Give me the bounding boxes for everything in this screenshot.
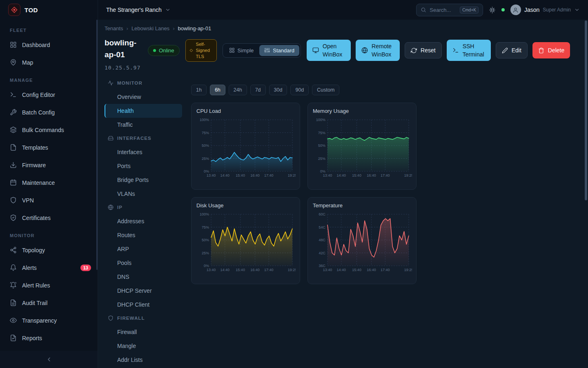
subnav-item-dns[interactable]: DNS	[105, 270, 182, 284]
time-range-24h[interactable]: 24h	[229, 85, 247, 95]
theme-toggle-sun-icon[interactable]	[489, 7, 496, 13]
subnav-group-firewall: FIREWALL	[105, 312, 182, 325]
online-dot-icon	[153, 49, 156, 52]
reset-button[interactable]: Reset	[405, 42, 442, 58]
subnav-item-interfaces[interactable]: Interfaces	[105, 145, 182, 159]
sidebar-collapse-button[interactable]	[0, 351, 98, 368]
button-label: Reset	[421, 47, 436, 54]
svg-text:16:40: 16:40	[250, 173, 260, 177]
svg-text:100%: 100%	[316, 118, 325, 122]
mode-option-standard[interactable]: Standard	[259, 45, 299, 56]
breadcrumb-item-tenants[interactable]: Tenants	[105, 25, 123, 31]
page-scrollbar-thumb[interactable]	[585, 20, 587, 200]
svg-text:50%: 50%	[318, 144, 325, 148]
app-logo[interactable]: TOD	[0, 0, 98, 20]
sidebar-item-audit-trail[interactable]: Audit Trail	[0, 294, 98, 312]
tenant-selector[interactable]: The Stranger's Ranch	[106, 7, 171, 13]
sidebar-item-batch-config[interactable]: Batch Config	[0, 103, 98, 121]
page-scrollbar-track[interactable]	[585, 20, 587, 366]
sidebar-item-transparency[interactable]: Transparency	[0, 312, 98, 329]
time-range-30d[interactable]: 30d	[269, 85, 287, 95]
button-label: Open WinBox	[323, 42, 345, 59]
svg-text:25%: 25%	[318, 156, 325, 160]
search-input[interactable]	[430, 7, 457, 13]
time-range-90d[interactable]: 90d	[290, 85, 309, 95]
subnav-item-addresses[interactable]: Addresses	[105, 214, 182, 228]
sidebar-item-label: Maintenance	[22, 180, 55, 186]
delete-button[interactable]: Delete	[532, 42, 570, 58]
shield-icon	[10, 197, 17, 204]
svg-text:0%: 0%	[204, 169, 209, 173]
subnav-item-vlans[interactable]: VLANs	[105, 187, 182, 201]
time-range-custom[interactable]: Custom	[312, 85, 339, 95]
sidebar-item-alerts[interactable]: Alerts13	[0, 259, 98, 276]
subnav-item-mangle[interactable]: Mangle	[105, 339, 182, 353]
sidebar-item-label: Firmware	[22, 162, 46, 168]
device-subnav: MONITOROverviewHealthTrafficINTERFACESIn…	[105, 76, 182, 368]
svg-text:14:40: 14:40	[220, 173, 230, 177]
sidebar-item-dashboard[interactable]: Dashboard	[0, 36, 98, 54]
connection-status-dot	[501, 8, 505, 11]
sidebar-item-alert-rules[interactable]: Alert Rules	[0, 276, 98, 294]
sidebar-item-vpn[interactable]: VPN	[0, 191, 98, 209]
open-winbox-button[interactable]: Open WinBox	[307, 40, 351, 61]
time-range-1h[interactable]: 1h	[191, 85, 207, 95]
sidebar-item-topology[interactable]: Topology	[0, 241, 98, 259]
time-range-6h[interactable]: 6h	[210, 85, 225, 95]
subnav-item-routes[interactable]: Routes	[105, 228, 182, 242]
chart-canvas: 100%75%50%25%0%13:4014:4015:4016:4017:40…	[196, 115, 296, 185]
sidebar-section-fleet: FLEET	[0, 21, 98, 36]
search-icon	[421, 7, 426, 13]
globe-icon	[361, 47, 368, 54]
logo-text: TOD	[24, 7, 38, 13]
subnav-item-bridge-ports[interactable]: Bridge Ports	[105, 173, 182, 187]
content-row: MONITOROverviewHealthTrafficINTERFACESIn…	[105, 76, 578, 368]
edit-button[interactable]: Edit	[496, 42, 528, 58]
status-badge: Online	[148, 45, 180, 56]
layers-icon	[10, 126, 17, 133]
sidebar-item-bulk-commands[interactable]: Bulk Commands	[0, 121, 98, 139]
svg-text:48C: 48C	[318, 238, 325, 242]
share-icon	[10, 247, 17, 254]
mode-option-simple[interactable]: Simple	[224, 45, 259, 56]
user-menu[interactable]: Jason Super Admin	[510, 4, 580, 15]
sidebar-item-config-editor[interactable]: Config Editor	[0, 86, 98, 103]
chart-card-cpu-load: CPU Load100%75%50%25%0%13:4014:4015:4016…	[191, 103, 300, 190]
svg-text:17:40: 17:40	[381, 268, 390, 272]
subnav-item-arp[interactable]: ARP	[105, 242, 182, 256]
remote-winbox-button[interactable]: Remote WinBox	[356, 40, 400, 61]
sidebar-item-reports[interactable]: Reports	[0, 329, 98, 347]
svg-text:0%: 0%	[204, 264, 209, 268]
search-box[interactable]: Cmd+K	[416, 4, 483, 16]
time-range-7d[interactable]: 7d	[250, 85, 266, 95]
subnav-item-addr-lists[interactable]: Addr Lists	[105, 353, 182, 367]
grid-icon	[229, 47, 235, 53]
breadcrumb-item-lebowski-lanes[interactable]: Lebowski Lanes	[131, 25, 169, 31]
button-label: Delete	[548, 47, 564, 54]
subnav-group-label: FIREWALL	[117, 316, 145, 321]
subnav-item-ports[interactable]: Ports	[105, 159, 182, 173]
subnav-item-dhcp-server[interactable]: DHCP Server	[105, 284, 182, 298]
app-root: TOD FLEETDashboardMapMANAGEConfig Editor…	[0, 0, 588, 368]
breadcrumb-item-bowling-ap-01[interactable]: bowling-ap-01	[178, 25, 211, 31]
svg-text:19:25: 19:25	[404, 173, 412, 177]
subnav-item-health[interactable]: Health	[105, 104, 182, 118]
sidebar-item-label: Templates	[22, 144, 48, 151]
subnav-item-traffic[interactable]: Traffic	[105, 118, 182, 132]
svg-text:13:40: 13:40	[207, 268, 216, 272]
subnav-item-dhcp-client[interactable]: DHCP Client	[105, 298, 182, 312]
sidebar-item-maintenance[interactable]: Maintenance	[0, 174, 98, 191]
sidebar-item-certificates[interactable]: Certificates	[0, 209, 98, 227]
subnav-item-overview[interactable]: Overview	[105, 90, 182, 104]
warning-icon	[189, 48, 194, 53]
terminal-icon	[10, 91, 17, 98]
sidebar-item-templates[interactable]: Templates	[0, 139, 98, 156]
svg-text:75%: 75%	[202, 225, 209, 229]
mode-option-label: Standard	[273, 47, 294, 54]
ssh-terminal-button[interactable]: SSH Terminal	[447, 40, 491, 61]
sidebar-item-firmware[interactable]: Firmware	[0, 156, 98, 174]
subnav-item-firewall[interactable]: Firewall	[105, 325, 182, 339]
subnav-item-pools[interactable]: Pools	[105, 256, 182, 270]
sidebar-scrollbar-thumb[interactable]	[96, 20, 98, 270]
sidebar-item-map[interactable]: Map	[0, 54, 98, 71]
